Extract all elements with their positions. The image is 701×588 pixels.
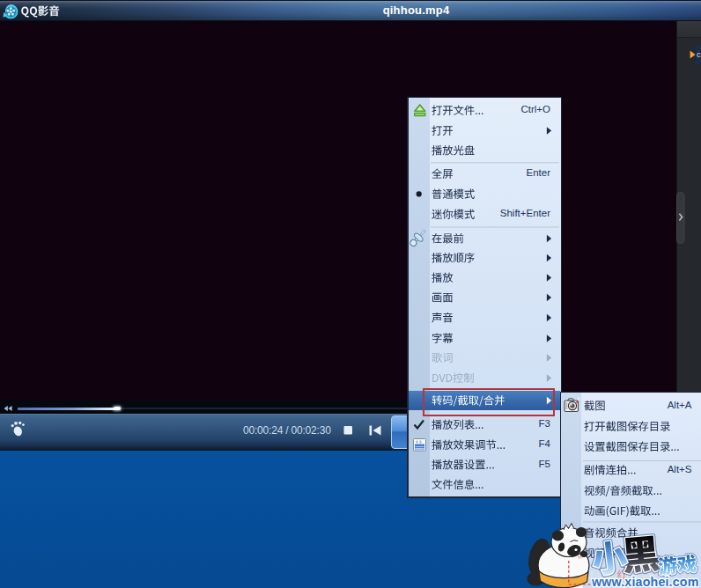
svg-text:www.xiaohei.com: www.xiaohei.com xyxy=(591,575,699,588)
